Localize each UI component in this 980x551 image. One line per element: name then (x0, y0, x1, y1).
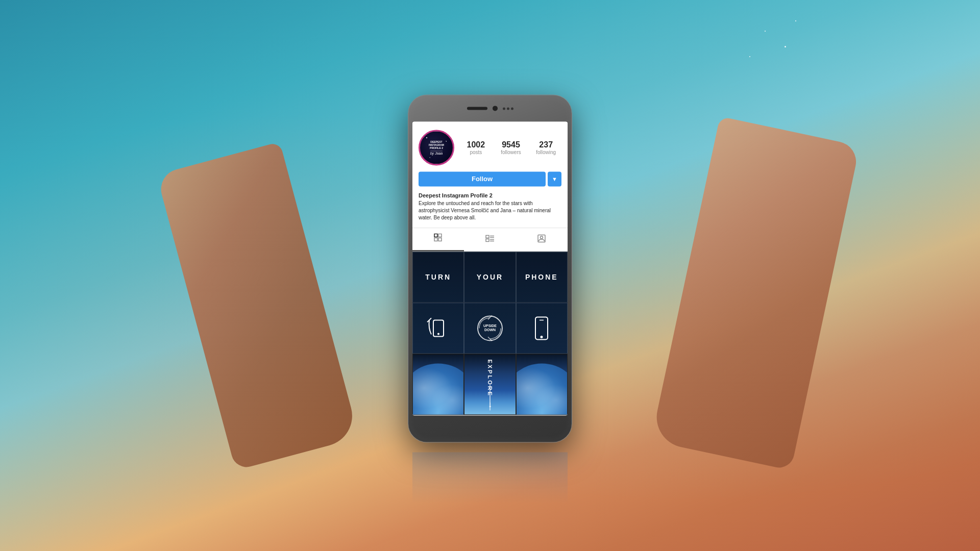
grid-cell-icon-right (516, 303, 568, 354)
earth-clouds (412, 363, 464, 415)
phone-dot (511, 107, 513, 110)
earth-background-left (413, 354, 463, 414)
earth-clouds-right (516, 363, 568, 415)
phone-camera (493, 106, 498, 111)
grid-cell-turn: TURN (412, 252, 464, 303)
phone-device: DEEPEST INSTAGRAM PROFILE 2 by Jana 1002… (408, 95, 572, 442)
phone-screen: DEEPEST INSTAGRAM PROFILE 2 by Jana 1002… (412, 121, 568, 415)
followers-label: followers (501, 149, 521, 155)
following-label: following (536, 149, 556, 155)
avatar: DEEPEST INSTAGRAM PROFILE 2 by Jana (419, 130, 454, 165)
profile-section: DEEPEST INSTAGRAM PROFILE 2 by Jana 1002… (412, 121, 568, 186)
phone-dot (503, 107, 505, 110)
stats-row: 1002 posts 9545 followers 237 following (460, 140, 561, 155)
explore-arrow-down: ↓ (488, 400, 492, 409)
grid-cell-earth-center: EXPLORE ↓ (464, 354, 516, 415)
grid-cell-earth-left (412, 354, 464, 415)
dropdown-arrow-icon: ▼ (552, 176, 557, 182)
stat-posts: 1002 posts (460, 140, 492, 155)
content-grid: TURN YOUR PHONE (412, 252, 568, 415)
phone-rotate-icon (425, 315, 452, 341)
tab-list[interactable] (464, 228, 516, 251)
turn-text: TURN (425, 273, 451, 281)
grid-cell-icon-center: UPSIDEDOWN (464, 303, 516, 354)
svg-rect-7 (486, 239, 489, 241)
profile-name: Deepest Instagram Profile 2 (419, 192, 561, 198)
profile-bio: Deepest Instagram Profile 2 Explore the … (412, 192, 568, 228)
svg-rect-3 (438, 238, 442, 241)
svg-point-15 (541, 336, 543, 338)
follow-dropdown-button[interactable]: ▼ (548, 171, 561, 186)
grid-cell-icon-left (412, 303, 464, 354)
posts-label: posts (470, 149, 482, 155)
grid-cell-your: YOUR (464, 252, 516, 303)
svg-point-13 (437, 333, 439, 335)
svg-rect-0 (434, 234, 437, 237)
profile-description: Explore the untouched and reach for the … (419, 200, 561, 221)
earth-background-right (517, 354, 567, 414)
list-tab-icon (485, 234, 495, 245)
tab-bar (412, 228, 568, 252)
rotation-arrows (477, 315, 503, 341)
follow-button[interactable]: Follow (419, 171, 546, 186)
avatar-stars (420, 131, 453, 164)
explore-text: EXPLORE (487, 359, 493, 397)
tab-tagged[interactable] (516, 228, 568, 251)
your-text: YOUR (477, 273, 503, 281)
phone-reflection (412, 452, 568, 503)
svg-rect-4 (486, 235, 489, 238)
phone-single-icon (533, 315, 550, 341)
phone-speaker (467, 107, 487, 110)
following-count: 237 (539, 140, 553, 149)
person-tab-icon (537, 234, 546, 245)
follow-button-row: Follow ▼ (419, 171, 561, 186)
followers-count: 9545 (502, 140, 520, 149)
phone-shell: DEEPEST INSTAGRAM PROFILE 2 by Jana 1002… (408, 95, 572, 442)
phone-top-bar (449, 95, 531, 121)
stat-following: 237 following (530, 140, 561, 155)
tab-grid[interactable] (412, 228, 464, 251)
phone-dots (503, 107, 513, 110)
stat-followers: 9545 followers (496, 140, 527, 155)
grid-cell-earth-right (516, 354, 568, 415)
svg-point-11 (541, 236, 543, 239)
svg-rect-1 (438, 234, 442, 237)
grid-tab-icon (434, 233, 443, 245)
phone-dot (507, 107, 509, 110)
earth-curve-right (516, 363, 568, 415)
grid-cell-phone: PHONE (516, 252, 568, 303)
profile-header-row: DEEPEST INSTAGRAM PROFILE 2 by Jana 1002… (419, 130, 561, 165)
phone-text: PHONE (525, 273, 558, 281)
earth-curve (412, 363, 464, 415)
svg-rect-2 (434, 238, 437, 241)
posts-count: 1002 (467, 140, 485, 149)
